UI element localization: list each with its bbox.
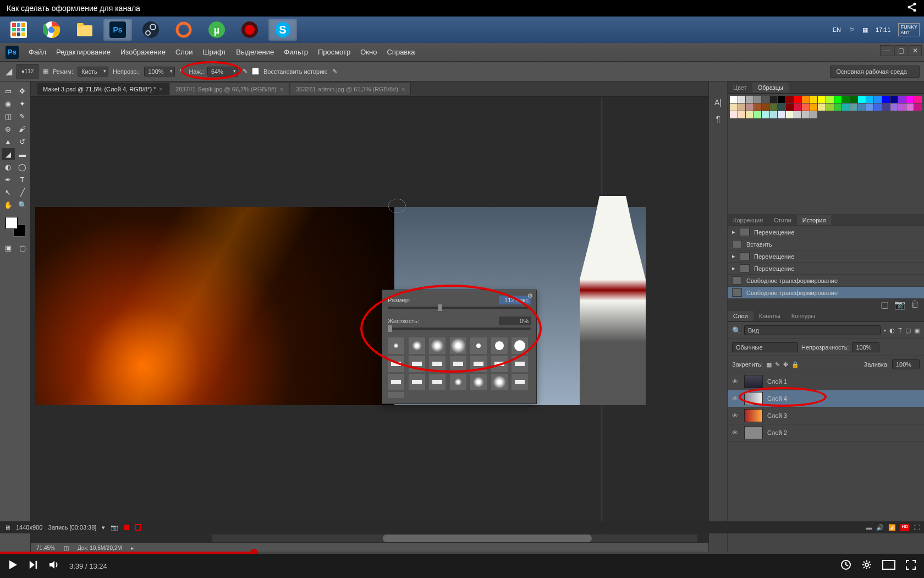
camera-icon[interactable]: 📷 [111, 524, 118, 531]
lock-move-icon[interactable]: ✥ [783, 361, 788, 368]
crop-tool[interactable]: ◫ [2, 110, 15, 122]
swatch[interactable] [810, 103, 818, 111]
lock-all-icon[interactable]: 🔒 [791, 361, 799, 368]
menu-file[interactable]: Файл [29, 48, 46, 56]
swatch[interactable] [770, 96, 778, 103]
swatch[interactable] [866, 96, 874, 103]
brush-panel-toggle-icon[interactable]: ▦ [43, 68, 48, 75]
swatch[interactable] [898, 103, 906, 111]
brush-preset[interactable]: 25 [409, 392, 425, 398]
stamp-tool[interactable]: ▲ [2, 135, 15, 148]
swatch[interactable] [882, 103, 890, 111]
swatch[interactable] [730, 96, 738, 103]
swatch[interactable] [786, 96, 794, 103]
brush-preset[interactable] [388, 392, 404, 398]
swatch[interactable] [762, 111, 769, 118]
swatch[interactable] [810, 96, 818, 103]
eye-icon[interactable]: 👁 [732, 412, 740, 419]
swatch[interactable] [738, 111, 746, 118]
fullscreen-button[interactable] [905, 559, 916, 572]
menu-help[interactable]: Справка [387, 48, 415, 56]
play-button[interactable] [8, 559, 19, 572]
menu-filter[interactable]: Фильтр [284, 48, 308, 56]
eraser-tool[interactable]: ◢ [2, 148, 15, 160]
fg-color[interactable] [6, 217, 18, 229]
maximize-button[interactable]: ▢ [894, 45, 908, 56]
swatch[interactable] [842, 96, 850, 103]
tray-hd-icon[interactable]: HD [900, 524, 909, 531]
heal-tool[interactable]: ⊕ [2, 123, 15, 135]
swatch[interactable] [762, 96, 769, 103]
swatch[interactable] [746, 103, 754, 111]
canvas-area[interactable]: ⚙ Размер: Жесткость: [31, 97, 708, 542]
eraser-tool-indicator-icon[interactable]: ◢ [6, 66, 12, 77]
correction-tab[interactable]: Коррекция [728, 215, 768, 225]
record-icon[interactable] [235, 19, 264, 41]
brush-preset[interactable] [491, 374, 508, 390]
brush-preset[interactable] [512, 356, 528, 372]
brush-preset[interactable] [491, 356, 508, 372]
history-item[interactable]: ▸Перемещение [728, 263, 924, 275]
swatch[interactable] [842, 103, 850, 111]
layer-item[interactable]: 👁Слой 4 [728, 390, 924, 407]
color-swatches[interactable] [6, 217, 25, 237]
tab-close-icon[interactable]: × [159, 86, 162, 92]
close-button[interactable]: ✕ [909, 45, 922, 56]
brush-preset[interactable] [470, 356, 487, 372]
tray-battery-icon[interactable]: ▬ [866, 524, 872, 531]
menu-window[interactable]: Окно [360, 48, 377, 56]
brush-preset[interactable] [388, 337, 404, 354]
paths-tab[interactable]: Контуры [786, 311, 821, 321]
trash-icon[interactable]: 🗑 [911, 299, 920, 309]
filter-adjust-icon[interactable]: ◐ [889, 327, 895, 334]
hand-tool[interactable]: ✋ [2, 199, 15, 211]
swatch[interactable] [738, 103, 746, 111]
swatch[interactable] [850, 103, 858, 111]
zoom-tool[interactable]: 🔍 [16, 199, 29, 211]
swatch[interactable] [850, 96, 858, 103]
menu-type[interactable]: Шрифт [203, 48, 227, 56]
swatch[interactable] [786, 111, 794, 118]
swatch[interactable] [754, 96, 762, 103]
dodge-tool[interactable]: ◯ [16, 161, 29, 173]
eye-icon[interactable]: 👁 [732, 429, 740, 436]
brush-preset[interactable] [512, 374, 528, 390]
eyedropper-tool[interactable]: ✎ [16, 110, 29, 122]
eye-icon[interactable]: 👁 [732, 378, 740, 385]
chrome-icon[interactable] [37, 19, 66, 41]
watch-later-button[interactable] [840, 559, 851, 572]
swatch[interactable] [746, 111, 754, 118]
brush-preset[interactable] [429, 374, 446, 390]
brush-preset[interactable] [429, 337, 446, 354]
start-button[interactable] [4, 19, 33, 41]
pressure-opacity-icon[interactable]: ✎ [179, 68, 184, 75]
swatch[interactable] [906, 103, 914, 111]
brush-hardness-slider[interactable] [388, 328, 531, 330]
color-tab[interactable]: Цвет [728, 83, 752, 92]
history-item[interactable]: ▸Перемещение [728, 250, 924, 263]
eye-icon[interactable]: 👁 [732, 395, 740, 402]
swatch[interactable] [754, 103, 762, 111]
swatch[interactable] [914, 96, 922, 103]
settings-button[interactable] [861, 559, 872, 572]
skype-icon[interactable]: S [268, 19, 297, 41]
swatch[interactable] [770, 103, 778, 111]
clock[interactable]: 17:11 [876, 26, 891, 33]
layer-fill-input[interactable]: 100% [892, 359, 920, 369]
brush-size-input[interactable] [499, 296, 531, 304]
brush-size-preview[interactable]: ●112 [16, 64, 38, 79]
wand-tool[interactable]: ✦ [16, 97, 29, 110]
menu-view[interactable]: Просмотр [318, 48, 350, 56]
photoshop-icon[interactable]: Ps [103, 19, 132, 41]
swatch[interactable] [898, 96, 906, 103]
theater-button[interactable] [882, 560, 895, 572]
brush-preset[interactable] [409, 356, 425, 372]
swatch[interactable] [858, 103, 866, 111]
tab-close-icon[interactable]: × [279, 86, 283, 92]
brush-preset[interactable] [409, 374, 425, 390]
brush-size-slider[interactable] [388, 307, 531, 309]
pen-tool[interactable]: ✒ [2, 173, 15, 186]
swatch[interactable] [834, 103, 842, 111]
marquee-tool[interactable]: ▭ [2, 85, 15, 97]
dropdown-icon[interactable]: ▾ [102, 524, 105, 531]
